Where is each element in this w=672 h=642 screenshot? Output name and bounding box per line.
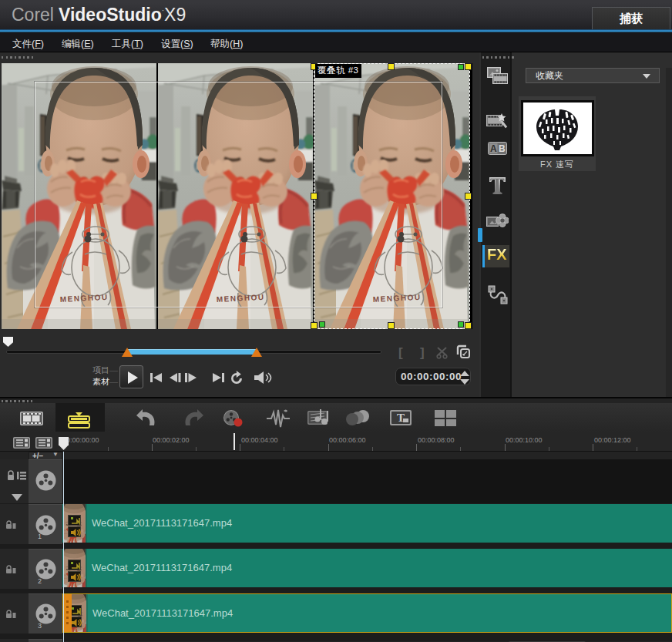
svg-text:B: B <box>499 143 506 154</box>
svg-text:A: A <box>490 143 497 154</box>
